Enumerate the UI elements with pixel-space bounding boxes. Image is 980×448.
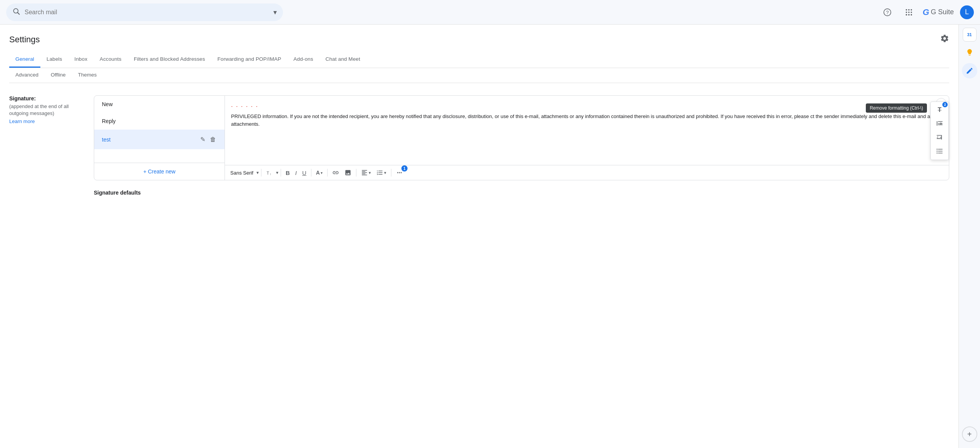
signature-panel: New Reply test ✎ 🗑 + Create new — [94, 95, 949, 180]
image-button[interactable] — [342, 168, 354, 178]
format-badge-2: 2 — [942, 102, 948, 107]
signature-editor-area: New Reply test ✎ 🗑 + Create new — [94, 95, 949, 199]
page-title: Settings — [9, 35, 40, 45]
toolbar-separator-4 — [327, 169, 328, 177]
right-sidebar: 31 + — [958, 25, 980, 211]
create-new-button[interactable]: + Create new — [94, 163, 225, 180]
search-dropdown-icon[interactable]: ▾ — [273, 8, 277, 17]
svg-point-5 — [908, 9, 910, 10]
align-button[interactable]: ▾ — [359, 168, 373, 178]
tab-offline[interactable]: Offline — [45, 68, 72, 83]
svg-line-1 — [18, 13, 20, 15]
sig-item-actions: ✎ 🗑 — [200, 135, 217, 144]
list-button[interactable]: ▾ — [374, 168, 389, 178]
signature-toolbar: Sans Serif ▾ T↕ ▾ B I U — [225, 165, 949, 180]
remove-formatting-button[interactable]: T 2 — [933, 103, 946, 117]
italic-button[interactable]: I — [293, 168, 299, 178]
signature-section: Signature: (appended at the end of all o… — [9, 89, 949, 205]
tab-forwarding[interactable]: Forwarding and POP/IMAP — [211, 52, 287, 68]
svg-point-10 — [906, 14, 907, 15]
main-layout: Settings General Labels Inbox Accounts F… — [0, 25, 980, 211]
bulb-icon-btn[interactable] — [962, 45, 977, 60]
tab-general[interactable]: General — [9, 52, 40, 68]
signature-defaults-label: Signature defaults — [94, 187, 949, 199]
edit-icon-btn[interactable] — [962, 63, 977, 78]
svg-point-4 — [906, 9, 907, 10]
toolbar-separator-1 — [261, 169, 261, 177]
settings-header: Settings — [9, 31, 949, 52]
signature-text: PRIVILEGED information. If you are not t… — [231, 113, 935, 127]
signature-desc: (appended at the end of all outgoing mes… — [9, 103, 85, 117]
indent-right-button[interactable] — [931, 117, 948, 130]
gsuite-branding: G G Suite — [923, 7, 954, 17]
svg-point-12 — [910, 14, 912, 15]
sig-item-reply[interactable]: Reply — [94, 113, 225, 130]
sig-edit-button[interactable]: ✎ — [200, 135, 206, 144]
search-bar[interactable]: ▾ — [6, 3, 283, 21]
link-button[interactable] — [330, 168, 341, 178]
search-icon — [12, 7, 20, 17]
signature-list-items: New Reply test ✎ 🗑 — [94, 96, 225, 163]
font-selector[interactable]: Sans Serif — [228, 168, 256, 177]
learn-more-link[interactable]: Learn more — [9, 118, 85, 124]
signature-content[interactable]: · · · · · · PRIVILEGED information. If y… — [225, 96, 949, 165]
sig-delete-button[interactable]: 🗑 — [209, 135, 217, 144]
bold-button[interactable]: B — [283, 168, 292, 178]
topbar: ▾ ? G G Suite L — [0, 0, 980, 25]
svg-text:?: ? — [886, 9, 888, 15]
tab-advanced[interactable]: Advanced — [9, 68, 45, 83]
suite-label: G Suite — [931, 8, 954, 16]
remove-formatting-container: T 2 Remove formatting (Ctrl-\) — [933, 103, 946, 117]
svg-point-6 — [910, 9, 912, 10]
signature-label-col: Signature: (appended at the end of all o… — [9, 95, 94, 199]
topbar-right: ? G G Suite L — [880, 5, 974, 20]
settings-gear-icon[interactable] — [940, 34, 949, 45]
signature-editor: ▲ · · · · · · PRIVILEGED information. If… — [225, 96, 949, 180]
remove-format-icon: T — [938, 107, 942, 113]
indent-left-button[interactable] — [931, 130, 948, 144]
font-size-button[interactable]: T↕ — [264, 168, 275, 178]
settings-tabs2: Advanced Offline Themes — [9, 68, 949, 83]
svg-text:T: T — [266, 171, 269, 175]
calendar-icon-btn[interactable]: 31 — [963, 28, 977, 42]
apps-button[interactable] — [901, 5, 917, 20]
tab-themes[interactable]: Themes — [72, 68, 103, 83]
tab-chat[interactable]: Chat and Meet — [319, 52, 366, 68]
font-dropdown-icon: ▾ — [256, 170, 259, 175]
help-button[interactable]: ? — [880, 5, 895, 20]
svg-text:↕: ↕ — [270, 172, 271, 176]
svg-point-11 — [908, 14, 910, 15]
more-toolbar-dropdown: T 2 Remove formatting (Ctrl-\) — [930, 102, 949, 160]
settings-tabs: General Labels Inbox Accounts Filters an… — [9, 52, 949, 68]
more-btn-wrap: 1 — [394, 168, 405, 178]
toolbar-separator-2 — [281, 169, 281, 177]
tab-inbox[interactable]: Inbox — [68, 52, 94, 68]
g-letter: G — [923, 7, 929, 17]
calendar-number: 31 — [967, 32, 972, 37]
signature-list: New Reply test ✎ 🗑 + Create new — [94, 96, 225, 180]
bullet-list-button[interactable] — [931, 144, 948, 158]
tab-addons[interactable]: Add-ons — [287, 52, 319, 68]
toolbar-separator-3 — [311, 169, 311, 177]
tab-accounts[interactable]: Accounts — [93, 52, 128, 68]
sig-item-new[interactable]: New — [94, 96, 225, 113]
text-color-button[interactable]: A ▾ — [314, 168, 325, 177]
svg-point-9 — [910, 12, 912, 13]
disclaimer-dots: · · · · · · — [231, 102, 943, 111]
svg-point-7 — [906, 12, 907, 13]
tab-labels[interactable]: Labels — [40, 52, 68, 68]
toolbar-separator-5 — [356, 169, 356, 177]
more-badge: 1 — [401, 165, 408, 172]
main-content: Settings General Labels Inbox Accounts F… — [0, 25, 958, 211]
sig-item-test[interactable]: test ✎ 🗑 — [94, 130, 225, 149]
signature-label: Signature: — [9, 95, 85, 102]
user-avatar[interactable]: L — [960, 5, 974, 19]
font-size-dropdown-icon: ▾ — [276, 170, 278, 175]
svg-point-8 — [908, 12, 910, 13]
search-input[interactable] — [25, 9, 269, 16]
tab-filters[interactable]: Filters and Blocked Addresses — [128, 52, 211, 68]
toolbar-separator-6 — [391, 169, 391, 177]
underline-button[interactable]: U — [300, 168, 309, 178]
